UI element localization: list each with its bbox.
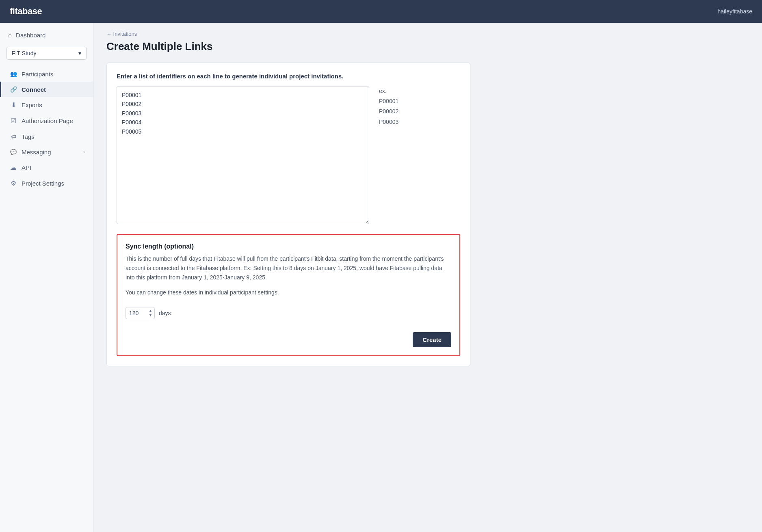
- sync-input-row: ▲ ▼ days: [126, 307, 451, 319]
- days-decrement-button[interactable]: ▼: [147, 313, 154, 318]
- participants-icon: [9, 70, 17, 78]
- sidebar-item-connect[interactable]: Connect: [0, 82, 93, 97]
- settings-icon: [9, 179, 17, 187]
- example-line-2: P00002: [379, 108, 398, 115]
- exports-label: Exports: [22, 102, 42, 108]
- connect-icon: [9, 86, 17, 93]
- main-layout: Dashboard FIT Study Participants Connect…: [0, 23, 762, 532]
- sidebar-nav: Participants Connect Exports Authorizati…: [0, 66, 93, 191]
- sidebar-item-api[interactable]: API: [0, 160, 93, 175]
- sync-secondary-note: You can change these dates in individual…: [126, 288, 451, 297]
- messaging-label: Messaging: [22, 149, 51, 156]
- dashboard-label: Dashboard: [16, 32, 45, 39]
- content-area: ← Invitations Create Multiple Links Ente…: [93, 23, 762, 532]
- spinner-buttons: ▲ ▼: [147, 307, 154, 319]
- user-menu[interactable]: haileyfitabase: [717, 8, 752, 15]
- sidebar: Dashboard FIT Study Participants Connect…: [0, 23, 93, 532]
- project-selector[interactable]: FIT Study: [6, 47, 87, 60]
- tags-icon: [9, 133, 17, 140]
- example-label: ex.: [379, 88, 387, 94]
- sidebar-item-messaging[interactable]: Messaging ›: [0, 144, 93, 160]
- navbar: fitabase haileyfitabase: [0, 0, 762, 23]
- api-label: API: [22, 164, 31, 171]
- auth-label: Authorization Page: [22, 117, 73, 124]
- messaging-icon: [9, 148, 17, 156]
- participants-label: Participants: [22, 71, 53, 78]
- api-icon: [9, 164, 17, 171]
- auth-icon: [9, 117, 17, 125]
- create-button[interactable]: Create: [413, 332, 451, 347]
- sync-title: Sync length (optional): [126, 243, 451, 250]
- days-label: days: [159, 310, 171, 316]
- sidebar-item-authorization-page[interactable]: Authorization Page: [0, 113, 93, 129]
- card-instruction: Enter a list of identifiers on each line…: [117, 73, 460, 80]
- home-icon: [8, 32, 12, 39]
- sync-section: Sync length (optional) This is the numbe…: [117, 234, 460, 356]
- connect-label: Connect: [22, 86, 46, 93]
- messaging-chevron-icon: ›: [83, 149, 85, 155]
- identifiers-row: P00001 P00002 P00003 P00004 P00005 ex. P…: [117, 86, 460, 224]
- breadcrumb[interactable]: ← Invitations: [106, 31, 470, 37]
- days-input-wrapper: ▲ ▼: [126, 307, 155, 319]
- chevron-down-icon: [78, 50, 81, 56]
- example-box: ex. P00001 P00002 P00003: [379, 86, 460, 224]
- sidebar-item-dashboard[interactable]: Dashboard: [0, 28, 93, 43]
- page-title: Create Multiple Links: [106, 40, 470, 53]
- project-settings-label: Project Settings: [22, 180, 64, 187]
- tags-label: Tags: [22, 133, 35, 140]
- sidebar-item-tags[interactable]: Tags: [0, 129, 93, 144]
- sidebar-item-participants[interactable]: Participants: [0, 66, 93, 82]
- sync-description: This is the number of full days that Fit…: [126, 254, 451, 282]
- exports-icon: [9, 101, 17, 109]
- sidebar-item-exports[interactable]: Exports: [0, 97, 93, 113]
- main-card: Enter a list of identifiers on each line…: [106, 63, 470, 366]
- days-increment-button[interactable]: ▲: [147, 309, 154, 313]
- brand-logo: fitabase: [10, 6, 42, 17]
- project-name: FIT Study: [12, 50, 36, 56]
- sidebar-item-project-settings[interactable]: Project Settings: [0, 175, 93, 191]
- example-line-1: P00001: [379, 98, 398, 104]
- create-button-row: Create: [126, 332, 451, 347]
- identifiers-textarea[interactable]: P00001 P00002 P00003 P00004 P00005: [117, 86, 369, 224]
- example-line-3: P00003: [379, 119, 398, 125]
